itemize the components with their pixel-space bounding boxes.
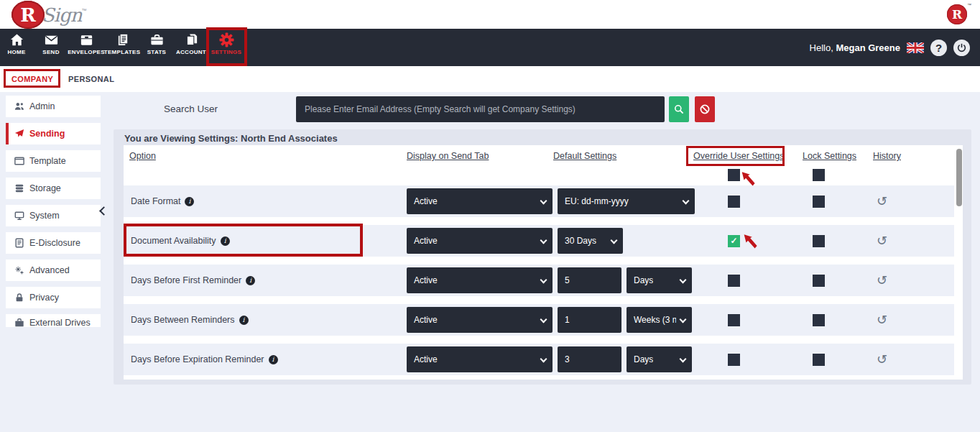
default-value-input[interactable] <box>558 267 621 293</box>
option-label: Document Availability <box>131 236 216 246</box>
tab-company[interactable]: COMPANY <box>11 66 53 92</box>
help-button[interactable]: ? <box>930 40 947 56</box>
templates-doc-icon <box>115 32 130 47</box>
default-value-select[interactable]: 30 Days <box>558 228 623 254</box>
display-on-send-tab-select[interactable]: Active <box>407 188 553 214</box>
nav-item-settings[interactable]: SETTINGS <box>210 32 243 64</box>
external-drives-briefcase-icon <box>14 318 24 327</box>
default-value-input[interactable] <box>558 307 621 333</box>
sidebar-item-privacy[interactable]: Privacy <box>6 287 101 308</box>
logout-button[interactable] <box>953 40 970 56</box>
sidebar-item-external-drives-setup[interactable]: External Drives Setup <box>6 314 101 327</box>
sidebar-item-template[interactable]: Template <box>6 150 101 172</box>
table-row-days-before-first-reminder: Days Before First Reminderi Active Days … <box>124 265 954 296</box>
unit-select[interactable]: Days <box>627 346 692 372</box>
default-value-select[interactable]: EU: dd-mm-yyyy <box>558 188 695 214</box>
override-checkbox[interactable] <box>728 275 740 287</box>
nav-item-account[interactable]: ACCOUNT <box>174 32 208 64</box>
sidebar-item-sending[interactable]: Sending <box>6 123 101 144</box>
search-button[interactable] <box>669 96 689 122</box>
sidebar-item-label: E-Disclosure <box>29 238 80 248</box>
sidebar-item-label: Advanced <box>29 265 70 275</box>
search-user-input[interactable] <box>296 96 665 122</box>
display-on-send-tab-select[interactable]: Active <box>407 228 553 254</box>
override-checkbox[interactable] <box>728 196 740 208</box>
rsign-logo-tm: ™ <box>82 8 87 13</box>
nav-item-home[interactable]: HOME <box>1 32 32 64</box>
viewing-settings-banner: You are Viewing Settings: North End Asso… <box>124 133 338 144</box>
display-on-send-tab-select[interactable]: Active <box>407 267 553 293</box>
sidebar-item-storage[interactable]: Storage <box>6 178 101 199</box>
sidebar-item-system[interactable]: System <box>6 205 101 226</box>
chevron-down-icon <box>683 198 690 205</box>
admin-users-icon <box>14 101 24 111</box>
display-on-send-tab-select[interactable]: Active <box>407 307 553 333</box>
override-all-checkbox[interactable] <box>728 169 740 181</box>
account-pages-icon <box>184 32 199 47</box>
sidebar-item-admin[interactable]: Admin <box>6 96 101 117</box>
corner-r-logo: R <box>947 4 967 24</box>
lock-checkbox[interactable] <box>813 354 825 366</box>
col-header-default-settings: Default Settings <box>553 151 616 161</box>
option-label: Days Before First Reminder <box>131 275 241 285</box>
sidebar-item-advanced[interactable]: Advanced <box>6 259 101 281</box>
lock-all-checkbox[interactable] <box>813 169 825 181</box>
default-value-input[interactable] <box>558 346 621 372</box>
paper-plane-icon <box>14 129 24 139</box>
nav-label: ENVELOPES <box>68 49 105 55</box>
display-on-send-tab-select[interactable]: Active <box>407 346 553 372</box>
sidebar-item-e-disclosure[interactable]: E-Disclosure <box>6 232 101 254</box>
template-window-icon <box>14 156 24 166</box>
nav-item-stats[interactable]: STATS <box>142 32 171 64</box>
info-icon[interactable]: i <box>239 316 249 325</box>
history-icon[interactable]: ↺ <box>877 193 887 209</box>
nav-item-send[interactable]: SEND <box>36 32 66 64</box>
override-checkbox[interactable] <box>728 354 740 366</box>
info-icon[interactable]: i <box>185 197 194 206</box>
sidebar-item-label: Storage <box>29 183 61 193</box>
lock-checkbox[interactable] <box>813 235 825 247</box>
power-icon <box>957 43 966 52</box>
override-checkbox[interactable] <box>728 235 740 247</box>
chevron-down-icon <box>540 237 547 244</box>
unit-select[interactable]: Days <box>627 267 692 293</box>
lock-checkbox[interactable] <box>813 314 825 326</box>
history-icon[interactable]: ↺ <box>877 351 887 367</box>
rsign-logo[interactable]: RSign™ <box>11 1 87 29</box>
history-icon[interactable]: ↺ <box>877 312 887 328</box>
info-icon[interactable]: i <box>221 236 230 246</box>
info-icon[interactable]: i <box>269 355 278 364</box>
tab-personal[interactable]: PERSONAL <box>68 66 114 92</box>
lock-checkbox[interactable] <box>813 196 825 208</box>
navbar-right-cluster: Hello, Megan Greene ? <box>810 29 970 66</box>
col-header-override-user-settings: Override User Settings <box>693 151 784 161</box>
lock-checkbox[interactable] <box>813 275 825 287</box>
table-scrollbar-thumb[interactable] <box>956 149 962 206</box>
option-label: Days Between Reminders <box>131 315 235 325</box>
advanced-gears-icon <box>14 265 24 275</box>
sidebar-item-label: External Drives Setup <box>29 318 101 327</box>
table-row-date-format: Date Formati Active EU: dd-mm-yyyy ↺ <box>124 185 954 217</box>
history-icon[interactable]: ↺ <box>877 272 887 288</box>
col-header-display-on-send-tab: Display on Send Tab <box>407 151 489 161</box>
sidebar-collapse-chevron-icon[interactable] <box>98 206 107 216</box>
option-label: Days Before Expiration Reminder <box>131 354 264 364</box>
override-checkbox[interactable] <box>728 314 740 326</box>
history-icon[interactable]: ↺ <box>877 233 887 249</box>
nav-label: TEMPLATES <box>104 49 141 55</box>
question-mark-icon: ? <box>935 42 942 54</box>
chevron-down-icon <box>611 237 618 244</box>
nav-item-templates[interactable]: TEMPLATES <box>102 32 142 64</box>
sidebar-item-label: Privacy <box>29 293 59 303</box>
chevron-down-icon <box>680 356 687 363</box>
unit-select[interactable]: Weeks (3 max) <box>627 307 692 333</box>
tab-label: PERSONAL <box>68 75 114 83</box>
nav-item-envelopes[interactable]: ENVELOPES <box>66 32 106 64</box>
nav-label: ACCOUNT <box>176 49 206 55</box>
info-icon[interactable]: i <box>246 276 255 285</box>
corner-logo-tm: ™ <box>967 3 971 7</box>
tab-label: COMPANY <box>11 75 53 83</box>
sidebar-item-label: Sending <box>29 129 65 139</box>
clear-search-button[interactable] <box>695 96 715 122</box>
storage-server-icon <box>14 183 24 193</box>
